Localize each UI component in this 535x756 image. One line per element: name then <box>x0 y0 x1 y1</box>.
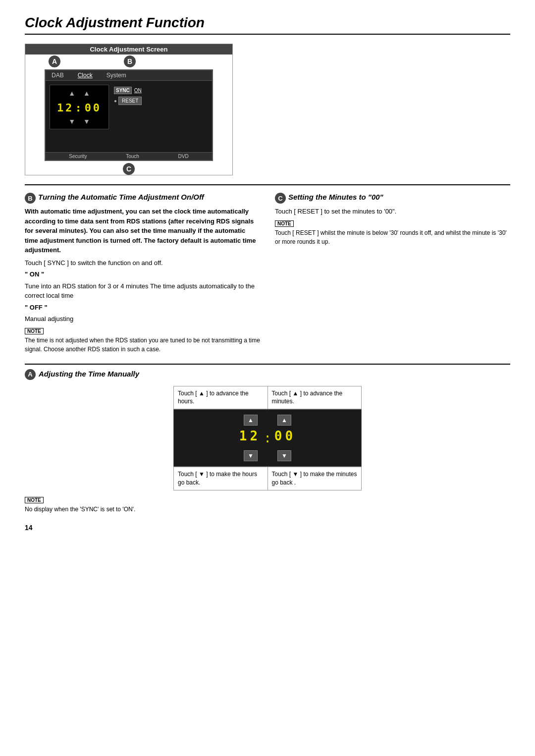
section-b-header: B Turning the Automatic Time Adjustment … <box>25 192 260 204</box>
manual-clock-area: ▲ ▲ 12 : 00 ▼ ▼ <box>173 409 362 467</box>
badge-c: C <box>275 193 286 204</box>
page-title: Clock Adjustment Function <box>25 15 510 35</box>
manual-diagram: Touch [ ▲ ] to advance the hours. Touch … <box>25 386 510 490</box>
reset-button[interactable]: RESET <box>118 97 142 105</box>
divider-1 <box>25 184 510 185</box>
tab-touch[interactable]: Touch <box>126 154 139 159</box>
page-number: 14 <box>25 524 510 532</box>
note-label-b: NOTE <box>25 328 44 334</box>
reset-dot: ● <box>114 98 117 104</box>
top-diagram: Clock Adjustment Screen A B DAB Clock Sy… <box>25 44 510 175</box>
car-bottom-tabs: Security Touch DVD <box>46 152 212 160</box>
hours-up-button[interactable]: ▲ <box>244 415 258 426</box>
section-b-note-text: The time is not adjusted when the RDS st… <box>25 336 260 354</box>
label-b: B <box>124 55 136 67</box>
sync-row: SYNC ON <box>114 87 142 94</box>
section-b-on-text: Tune into an RDS station for 3 or 4 minu… <box>25 281 260 301</box>
section-a-title: Adjusting the Time Manually <box>39 369 139 379</box>
section-b-on-label: " ON " <box>25 270 260 279</box>
section-b-title: Turning the Automatic Time Adjustment On… <box>38 192 204 202</box>
manual-label-advance-hours: Touch [ ▲ ] to advance the hours. <box>173 386 268 410</box>
manual-top-labels: Touch [ ▲ ] to advance the hours. Touch … <box>173 386 362 410</box>
car-time-box: ▲ ▲ 12:00 ▼ ▼ <box>50 85 109 129</box>
section-b-sync-instruction: Touch [ SYNC ] to switch the function on… <box>25 258 260 268</box>
tab-system[interactable]: System <box>105 71 128 79</box>
manual-label-hours-back: Touch [ ▼ ] to make the hours go back. <box>173 467 268 490</box>
tab-dab[interactable]: DAB <box>50 71 66 79</box>
hours-down-button[interactable]: ▼ <box>244 450 258 461</box>
section-c-title: Setting the Minutes to "00" <box>288 192 383 202</box>
manual-time-minutes: 00 <box>274 429 296 443</box>
badge-a: A <box>25 369 36 380</box>
section-b-off-label: " OFF " <box>25 303 260 313</box>
section-a-note-text: No display when the 'SYNC' is set to 'ON… <box>25 505 510 514</box>
note-label-c: NOTE <box>275 220 294 227</box>
section-a-header: A Adjusting the Time Manually <box>25 364 510 380</box>
section-b-off-text: Manual adjusting <box>25 314 260 324</box>
clock-screen-title: Clock Adjustment Screen <box>25 44 232 54</box>
tab-dvd[interactable]: DVD <box>178 154 189 159</box>
label-c: C <box>123 163 135 175</box>
note-label-a: NOTE <box>25 497 44 503</box>
manual-time-colon: : <box>264 431 271 445</box>
section-c-header: C Setting the Minutes to "00" <box>275 192 510 204</box>
car-content: ▲ ▲ 12:00 ▼ ▼ <box>46 81 212 133</box>
sync-on: ON <box>134 88 142 93</box>
minutes-down-button[interactable]: ▼ <box>277 450 291 461</box>
tab-clock[interactable]: Clock <box>76 71 95 79</box>
car-right-controls: SYNC ON ● RESET <box>114 85 142 129</box>
two-col-bc: B Turning the Automatic Time Adjustment … <box>25 192 510 357</box>
manual-label-advance-minutes: Touch [ ▲ ] to advance the minutes. <box>268 386 362 410</box>
car-tabs: DAB Clock System <box>46 70 212 81</box>
section-c: C Setting the Minutes to "00" Touch [ RE… <box>275 192 510 357</box>
clock-screen-box: Clock Adjustment Screen A B DAB Clock Sy… <box>25 44 233 175</box>
car-time-display: 12:00 <box>57 102 102 114</box>
sync-label[interactable]: SYNC <box>114 87 132 94</box>
section-a-note-wrapper: NOTE No display when the 'SYNC' is set t… <box>25 495 510 514</box>
section-c-note-text: Touch [ RESET ] whilst the minute is bel… <box>275 228 510 246</box>
section-b-body-bold: With automatic time adjustment, you can … <box>25 207 260 255</box>
section-b: B Turning the Automatic Time Adjustment … <box>25 192 260 357</box>
manual-time-hours: 12 <box>239 429 261 443</box>
minutes-up-button[interactable]: ▲ <box>277 415 291 426</box>
section-c-instruction: Touch [ RESET ] to set the minutes to '0… <box>275 207 510 216</box>
label-a: A <box>49 55 60 67</box>
car-screen: DAB Clock System ▲ ▲ 12: <box>45 69 213 161</box>
tab-security[interactable]: Security <box>69 154 87 159</box>
manual-label-minutes-back: Touch [ ▼ ] to make the minutes go back … <box>268 467 362 490</box>
manual-bottom-labels: Touch [ ▼ ] to make the hours go back. T… <box>173 467 362 490</box>
badge-b: B <box>25 193 36 204</box>
